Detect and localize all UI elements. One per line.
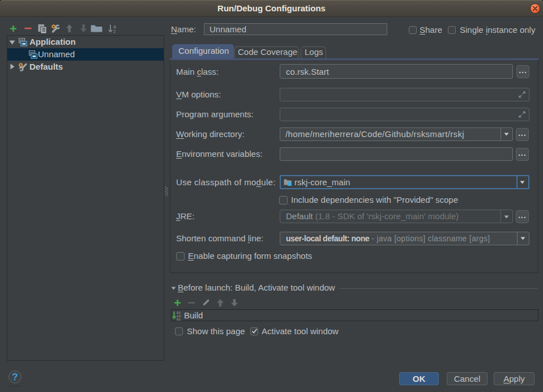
svg-text:z: z [113,28,116,33]
svg-text:01: 01 [177,318,181,321]
